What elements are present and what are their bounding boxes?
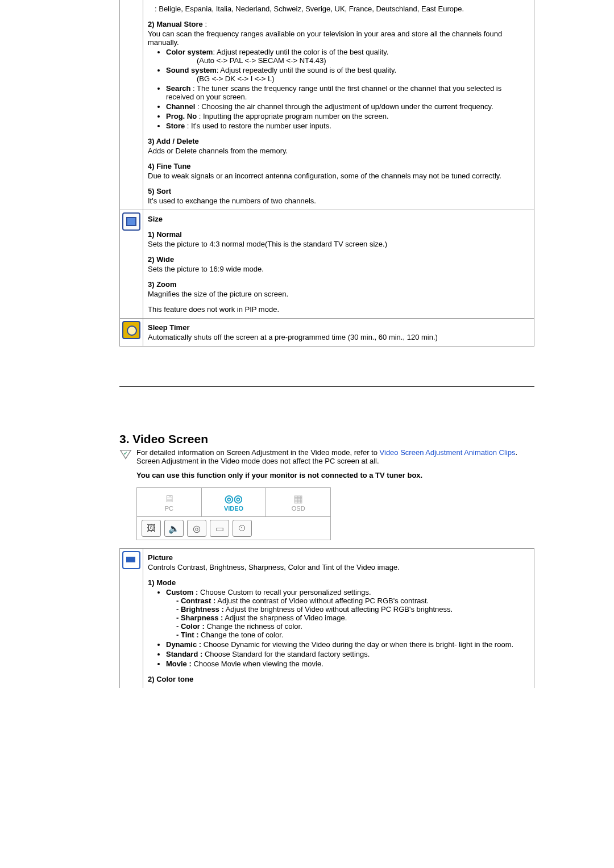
section-divider	[119, 386, 534, 387]
picture-content-cell: Picture Controls Contrast, Brightness, S…	[143, 549, 534, 688]
manual-store-desc: You can scan the frequency ranges availa…	[148, 30, 529, 47]
video-screen-heading: 3. Video Screen	[119, 432, 534, 446]
timer-mini-icon[interactable]: ⏲	[233, 520, 252, 537]
color-system-chain: (Auto <-> PAL <-> SECAM <-> NT4.43)	[166, 56, 529, 65]
add-delete-desc: Adds or Delete channels from the memory.	[148, 147, 529, 155]
size-wide-desc: Sets the picture to 16:9 wide mode.	[148, 265, 529, 273]
color-tone-title: 2) Color tone	[148, 675, 529, 683]
contrast-label: - Contrast :	[176, 596, 215, 605]
size-wide-title: 2) Wide	[148, 255, 529, 264]
video-bold-note: You can use this function only if your m…	[136, 471, 534, 479]
tint-label: - Tint :	[176, 631, 198, 639]
size-normal-title: 1) Normal	[148, 230, 529, 239]
channel-label: Channel	[166, 102, 195, 111]
sub-icon-row: 🖼 🔈 ◎ ▭ ⏲	[137, 517, 330, 540]
sleep-timer-cell: Sleep Timer Automatically shuts off the …	[143, 319, 534, 347]
channel-section-table: : Beligie, Espania, Italia, Nederland, S…	[119, 0, 534, 347]
tab-video[interactable]: ◎◎ VIDEO	[202, 488, 267, 516]
picture-title: Picture	[148, 553, 529, 562]
video-mode-icon: ◎◎	[225, 493, 243, 505]
size-zoom-desc: Magnifies the size of the picture on scr…	[148, 290, 529, 298]
brightness-label: - Brightness :	[176, 605, 224, 614]
video-adjustment-link[interactable]: Video Screen Adjustment Animation Clips	[380, 448, 516, 457]
sleep-timer-desc: Automatically shuts off the screen at a …	[148, 333, 529, 341]
monitor-icon: 🖥	[164, 493, 174, 505]
sleep-timer-title: Sleep Timer	[148, 323, 529, 332]
picture-mode-title: 1) Mode	[148, 578, 529, 587]
sleep-timer-icon	[122, 321, 140, 339]
video-note-row: ✔ For detailed information on Screen Adj…	[119, 448, 534, 465]
dynamic-label: Dynamic :	[166, 640, 201, 649]
fine-tune-title: 4) Fine Tune	[148, 162, 529, 170]
store-label: Store	[166, 122, 185, 130]
video-note-text: For detailed information on Screen Adjus…	[136, 448, 534, 465]
sort-title: 5) Sort	[148, 187, 529, 195]
channel-mini-icon[interactable]: ◎	[187, 520, 206, 537]
custom-label: Custom :	[166, 588, 198, 596]
progno-label: Prog. No	[166, 112, 197, 120]
osd-grid-icon: ▦	[293, 493, 303, 505]
size-title: Size	[148, 215, 529, 223]
color-label: - Color :	[176, 622, 205, 631]
picture-desc: Controls Contrast, Brightness, Sharpness…	[148, 563, 529, 571]
sort-desc: It's used to exchange the numbers of two…	[148, 197, 529, 205]
size-content-cell: Size 1) Normal Sets the picture to 4:3 n…	[143, 210, 534, 319]
manual-store-title: 2) Manual Store	[148, 20, 203, 28]
fine-tune-desc: Due to weak signals or an incorrect ante…	[148, 172, 529, 180]
sound-system-chain: (BG <-> DK <-> I <-> L)	[166, 74, 529, 83]
sharpness-label: - Sharpness :	[176, 614, 223, 622]
color-system-label: Color system	[166, 48, 213, 56]
add-delete-title: 3) Add / Delete	[148, 137, 529, 145]
size-mini-icon[interactable]: ▭	[210, 520, 229, 537]
size-note: This feature does not work in PIP mode.	[148, 305, 529, 314]
picture-icon	[122, 551, 140, 569]
movie-label: Movie :	[166, 660, 192, 668]
standard-label: Standard :	[166, 650, 202, 658]
tab-osd[interactable]: ▦ OSD	[266, 488, 330, 516]
svg-text:✔: ✔	[123, 450, 128, 456]
size-normal-desc: Sets the picture to 4:3 normal mode(This…	[148, 240, 529, 248]
sound-system-label: Sound system	[166, 66, 217, 74]
picture-mode-list: Custom : Choose Custom to recall your pe…	[148, 588, 529, 668]
channel-content-cell: : Beligie, Espania, Italia, Nederland, S…	[143, 0, 534, 210]
picture-mini-icon[interactable]: 🖼	[142, 520, 161, 537]
size-icon	[122, 212, 140, 231]
mode-tabs: 🖥 PC ◎◎ VIDEO ▦ OSD	[137, 488, 330, 517]
manual-store-list: Color system: Adjust repeatedly until th…	[148, 48, 529, 130]
info-note-icon: ✔	[119, 448, 132, 461]
countries-line: : Beligie, Espania, Italia, Nederland, S…	[148, 5, 529, 13]
picture-section-table: Picture Controls Contrast, Brightness, S…	[119, 548, 534, 688]
size-zoom-title: 3) Zoom	[148, 280, 529, 289]
mode-tabs-card: 🖥 PC ◎◎ VIDEO ▦ OSD 🖼 🔈 ◎ ▭ ⏲	[136, 487, 331, 540]
sound-mini-icon[interactable]: 🔈	[164, 520, 184, 537]
search-label: Search	[166, 84, 190, 93]
tab-pc[interactable]: 🖥 PC	[137, 488, 202, 516]
